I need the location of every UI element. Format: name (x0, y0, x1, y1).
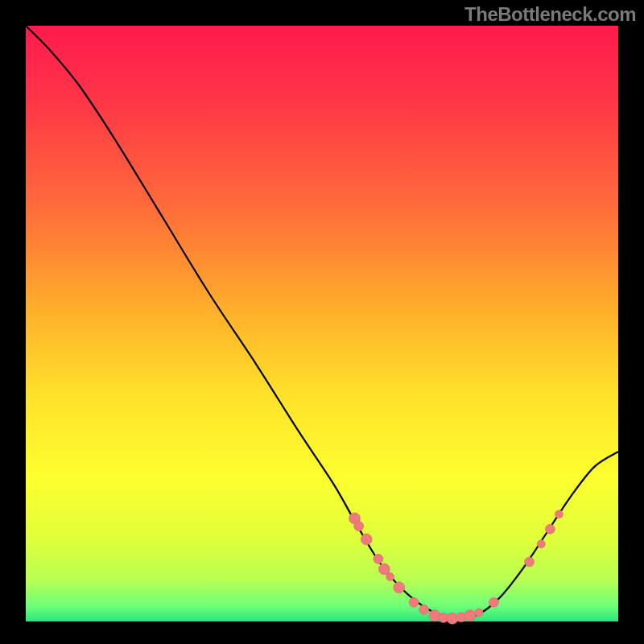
chart-background (26, 26, 618, 621)
marker-point (447, 613, 458, 624)
marker-point (386, 573, 394, 581)
chart-container: TheBottleneck.com (0, 0, 644, 644)
marker-point (429, 610, 440, 621)
bottleneck-chart (0, 0, 644, 644)
marker-point (354, 522, 364, 531)
marker-point (361, 534, 372, 545)
marker-point (419, 605, 429, 614)
marker-point (555, 510, 563, 518)
marker-point (378, 564, 390, 575)
marker-point (394, 582, 405, 593)
marker-point (464, 610, 476, 621)
marker-point (545, 524, 555, 534)
marker-point (374, 554, 383, 564)
marker-point (489, 597, 498, 607)
watermark-text: TheBottleneck.com (464, 3, 636, 26)
marker-point (525, 557, 535, 567)
marker-point (475, 609, 483, 617)
marker-point (409, 597, 419, 607)
marker-point (537, 540, 545, 548)
